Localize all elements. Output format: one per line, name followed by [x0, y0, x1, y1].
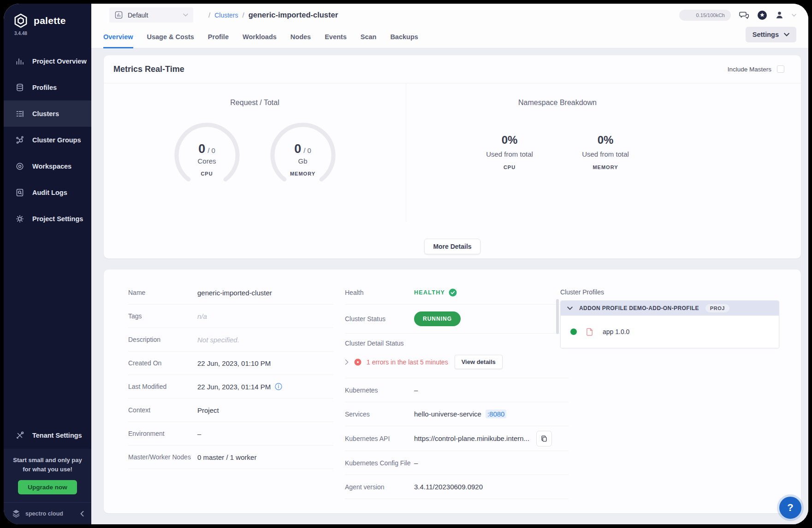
gauge-text: 0 / 0 Gb MEMORY — [268, 121, 338, 191]
sidebar-promo-area: Start small and only pay for what you us… — [4, 449, 91, 524]
profile-pack-row[interactable]: app 1.0.0 — [561, 316, 779, 348]
gauge-text: 0 / 0 Cores CPU — [172, 121, 242, 191]
promo-text: Start small and only pay for what you us… — [4, 449, 91, 474]
usage-percent: 0% — [569, 134, 642, 147]
scrollbar[interactable] — [556, 299, 559, 334]
sidebar-item-audit-logs[interactable]: Audit Logs — [4, 179, 91, 205]
gauge-label: MEMORY — [290, 171, 315, 176]
help-button[interactable]: ? — [779, 497, 801, 519]
topbar-actions: 0.15/100kCh — [679, 10, 796, 21]
more-details-button[interactable]: More Details — [424, 239, 480, 254]
main-area: Default / Clusters / generic-imported-cl… — [91, 4, 808, 524]
usage-caption: Used from total — [473, 150, 546, 158]
info-row-master-worker: Master/Worker Nodes 0 master / 1 worker — [128, 446, 333, 469]
include-masters-checkbox[interactable] — [777, 65, 784, 73]
chevron-down-icon[interactable] — [792, 14, 796, 17]
sidebar-item-label: Profiles — [32, 84, 57, 91]
chevron-down-icon — [567, 306, 573, 310]
health-value: HEALTHY — [414, 289, 445, 296]
sidebar-item-workspaces[interactable]: Workspaces — [4, 153, 91, 179]
project-selector[interactable]: Default — [109, 7, 193, 23]
cluster-status-row: Cluster Status RUNNING — [345, 305, 569, 334]
workspace-rings-icon — [15, 162, 24, 171]
profile-header-row[interactable]: ADDON PROFILE DEMO-ADD-ON-PROFILE PROJ — [561, 301, 779, 316]
chat-icon[interactable] — [738, 10, 750, 20]
network-nodes-icon — [15, 135, 24, 145]
chevron-right-icon[interactable] — [345, 359, 349, 365]
sidebar-item-project-settings[interactable]: Project Settings — [4, 205, 91, 232]
collapse-sidebar-icon[interactable] — [80, 511, 84, 516]
row-value: 3.4.11/20230609.0920 — [414, 483, 483, 491]
row-value: https://control-plane.minikube.intern... — [414, 431, 552, 446]
row-label: Cluster Detail Status — [345, 340, 569, 347]
upgrade-now-button[interactable]: Upgrade now — [18, 480, 77, 494]
sidebar-item-project-overview[interactable]: Project Overview — [4, 48, 91, 74]
row-label: Tags — [128, 312, 197, 320]
audit-search-icon — [15, 188, 24, 197]
gauge-request: 0 — [198, 142, 205, 156]
health-status: HEALTHY — [414, 288, 457, 297]
service-port-link[interactable]: :8080 — [486, 410, 507, 418]
gauge-unit: Cores — [197, 157, 216, 165]
sidebar-item-label: Project Overview — [32, 58, 87, 65]
cluster-profiles-title: Cluster Profiles — [560, 288, 779, 296]
tab-scan[interactable]: Scan — [361, 33, 377, 48]
breadcrumb-clusters-link[interactable]: Clusters — [214, 12, 238, 19]
gauge-total: / 0 — [207, 147, 215, 154]
detail-status-content: 1 errors in the last 5 minutes View deta… — [345, 355, 569, 369]
row-value: Project — [197, 406, 219, 414]
tab-profile[interactable]: Profile — [208, 33, 229, 48]
kubernetes-row: Kubernetes – — [345, 378, 569, 402]
gauge-value: 0 / 0 — [198, 142, 215, 156]
tab-nodes[interactable]: Nodes — [290, 33, 311, 48]
view-details-button[interactable]: View details — [455, 355, 503, 369]
include-masters-control: Include Masters — [728, 65, 784, 73]
row-value: – — [414, 459, 418, 467]
spectro-cloud-logo-icon — [11, 509, 21, 519]
memory-gauge: 0 / 0 Gb MEMORY — [268, 121, 338, 191]
tab-events[interactable]: Events — [325, 33, 347, 48]
usage-label: MEMORY — [569, 164, 642, 170]
info-row-created-on: Created On 22 Jun, 2023, 01:10 PM — [128, 352, 333, 375]
bar-chart-icon — [15, 57, 24, 66]
breadcrumb-separator: / — [208, 11, 210, 19]
metrics-header: Metrics Real-Time Include Masters — [104, 55, 801, 83]
tab-overview[interactable]: Overview — [103, 33, 133, 48]
project-selector-value: Default — [128, 12, 178, 19]
sidebar-item-profiles[interactable]: Profiles — [4, 74, 91, 100]
tab-workloads[interactable]: Workloads — [243, 33, 277, 48]
cluster-profiles-panel: Cluster Profiles ADDON PROFILE DEMO-ADD-… — [560, 281, 779, 348]
row-value: – — [414, 386, 418, 394]
settings-label: Settings — [753, 31, 779, 38]
sidebar-item-clusters[interactable]: Clusters — [4, 100, 91, 127]
sidebar-item-label: Audit Logs — [32, 189, 67, 196]
page-content: Metrics Real-Time Include Masters Reques… — [91, 49, 808, 524]
gauge-total: / 0 — [303, 147, 311, 154]
metrics-title: Metrics Real-Time — [113, 65, 184, 74]
row-label: Services — [345, 411, 414, 418]
copy-api-url-button[interactable] — [536, 431, 552, 446]
sidebar-item-cluster-groups[interactable]: Cluster Groups — [4, 127, 91, 153]
row-value: 22 Jun, 2023, 01:14 PM — [197, 383, 282, 391]
tab-usage-costs[interactable]: Usage & Costs — [147, 33, 194, 48]
row-value: – — [197, 430, 201, 438]
pack-status-dot — [570, 329, 577, 335]
tab-backups[interactable]: Backups — [390, 33, 418, 48]
clusters-list-icon — [15, 109, 24, 118]
info-row-context: Context Project — [128, 399, 333, 422]
settings-dropdown-button[interactable]: Settings — [746, 27, 796, 42]
sidebar-item-label: Tenant Settings — [32, 432, 82, 439]
row-label: Last Modified — [128, 383, 197, 390]
whats-new-star-icon[interactable] — [757, 10, 767, 20]
row-value: hello-universe-service :8080 — [414, 410, 506, 418]
sidebar-item-tenant-settings[interactable]: Tenant Settings — [4, 422, 91, 449]
user-profile-icon[interactable] — [775, 10, 784, 20]
cluster-profile-box: ADDON PROFILE DEMO-ADD-ON-PROFILE PROJ a… — [560, 300, 779, 348]
usage-caption: Used from total — [569, 150, 642, 158]
metrics-realtime-card: Metrics Real-Time Include Masters Reques… — [104, 55, 801, 258]
app-version: 3.4.48 — [4, 31, 91, 36]
cluster-info-column: Name generic-imported-cluster Tags n/a D… — [128, 281, 333, 469]
info-row-name: Name generic-imported-cluster — [128, 281, 333, 305]
info-icon[interactable] — [275, 383, 282, 390]
usage-label: CPU — [473, 164, 546, 170]
